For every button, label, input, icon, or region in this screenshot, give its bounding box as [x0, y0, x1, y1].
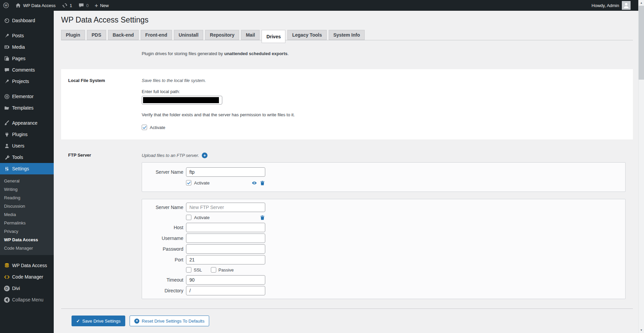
comments-icon — [3, 67, 10, 73]
submenu-code-manager[interactable]: Code Manager — [0, 244, 54, 252]
ftp-section-label: FTP Server — [61, 153, 142, 299]
sidebar-item-wp-data-access[interactable]: WP Data Access — [0, 260, 54, 271]
new-label: New — [100, 3, 109, 8]
sidebar-item-code-manager[interactable]: Code Manager — [0, 271, 54, 283]
ftp2-activate-checkbox[interactable] — [186, 215, 191, 220]
host-label: Host — [142, 225, 183, 230]
tab-uninstall[interactable]: Uninstall — [174, 30, 203, 40]
new-content-menu[interactable]: + New — [92, 0, 112, 11]
comments-menu[interactable]: 0 — [75, 0, 92, 11]
updates-menu[interactable]: 1 — [59, 0, 75, 11]
avatar — [622, 1, 631, 10]
ftp1-activate-label: Activate — [194, 180, 210, 185]
account-menu[interactable]: Howdy, Admin — [592, 0, 644, 11]
passive-checkbox[interactable] — [211, 267, 216, 273]
new-server-name-input[interactable] — [186, 203, 265, 212]
admin-sidebar: Dashboard Posts Media Pages Comments P — [0, 11, 54, 333]
sidebar-item-divi[interactable]: D Divi — [0, 283, 54, 294]
reset-drive-settings-button[interactable]: ✕ Reset Drive Settings To Defaults — [130, 316, 209, 326]
scrollbar[interactable]: ▲ ▼ — [638, 0, 644, 333]
sidebar-item-pages[interactable]: Pages — [0, 53, 54, 64]
add-ftp-server-icon[interactable]: + — [202, 153, 208, 158]
svg-text:W: W — [5, 4, 8, 7]
pages-icon — [3, 55, 10, 62]
submenu-privacy[interactable]: Privacy — [0, 227, 54, 236]
wordpress-admin-screen: W WP Data Access 1 0 + New Howdy, Admi — [0, 0, 644, 333]
timeout-label: Timeout — [142, 277, 183, 283]
tab-system-info[interactable]: System Info — [329, 30, 365, 40]
reset-circle-x-icon: ✕ — [134, 319, 139, 324]
sidebar-item-users[interactable]: Users — [0, 140, 54, 152]
host-input[interactable] — [186, 223, 265, 232]
tab-mail[interactable]: Mail — [241, 30, 260, 40]
submenu-media[interactable]: Media — [0, 210, 54, 219]
trash-icon[interactable] — [260, 215, 265, 220]
username-input[interactable] — [186, 234, 265, 243]
wordpress-logo-menu[interactable]: W — [0, 0, 12, 11]
passive-label: Passive — [219, 267, 234, 273]
directory-input[interactable] — [186, 286, 265, 295]
server-name-input[interactable] — [186, 167, 265, 177]
local-fs-description: Save files to the local file system. — [142, 78, 633, 83]
save-drive-settings-button[interactable]: ✓ Save Drive Settings — [72, 316, 125, 326]
sidebar-item-media[interactable]: Media — [0, 41, 54, 53]
submenu-permalinks[interactable]: Permalinks — [0, 219, 54, 227]
sidebar-item-tools[interactable]: Tools — [0, 152, 54, 163]
sidebar-item-projects[interactable]: Projects — [0, 76, 54, 87]
local-path-input[interactable] — [142, 96, 222, 105]
tab-plugin[interactable]: Plugin — [61, 30, 85, 40]
password-input[interactable] — [186, 244, 265, 254]
trash-icon[interactable] — [260, 180, 265, 186]
submenu-discussion[interactable]: Discussion — [0, 202, 54, 210]
folder-icon — [3, 105, 10, 111]
port-input[interactable] — [186, 255, 265, 264]
sidebar-item-plugins[interactable]: Plugins — [0, 129, 54, 140]
tab-repository[interactable]: Repository — [205, 30, 239, 40]
projects-pin-icon — [3, 78, 10, 85]
code-brackets-icon — [3, 274, 10, 280]
password-label: Password — [142, 246, 183, 252]
submenu-reading[interactable]: Reading — [0, 194, 54, 202]
comment-bubble-icon — [78, 2, 84, 8]
page-title: WP Data Access Settings — [61, 15, 638, 25]
sidebar-item-elementor[interactable]: Elementor — [0, 91, 54, 102]
local-fs-activate-label: Activate — [150, 125, 165, 130]
scroll-thumb[interactable] — [639, 6, 644, 80]
sidebar-item-dashboard[interactable]: Dashboard — [0, 15, 54, 26]
tab-front-end[interactable]: Front-end — [141, 30, 172, 40]
wordpress-logo-icon: W — [3, 2, 9, 8]
comments-count: 0 — [86, 3, 89, 8]
settings-sliders-icon — [3, 165, 10, 172]
scroll-up-button[interactable]: ▲ — [639, 0, 644, 6]
sidebar-item-comments[interactable]: Comments — [0, 64, 54, 76]
server-name-label: Server Name — [142, 205, 183, 210]
scroll-down-button[interactable]: ▼ — [639, 327, 644, 333]
ssl-checkbox[interactable] — [186, 267, 191, 273]
tab-back-end[interactable]: Back-end — [108, 30, 139, 40]
directory-label: Directory — [142, 288, 183, 293]
plug-icon — [3, 131, 10, 138]
ftp1-activate-checkbox[interactable] — [186, 180, 191, 185]
divi-icon: D — [3, 285, 10, 292]
submenu-general[interactable]: General — [0, 177, 54, 185]
tab-pds[interactable]: PDS — [87, 30, 106, 40]
sidebar-item-settings[interactable]: Settings — [0, 163, 54, 174]
local-fs-activate-checkbox[interactable] — [142, 125, 147, 130]
sidebar-item-appearance[interactable]: Appearance — [0, 117, 54, 129]
timeout-input[interactable] — [186, 275, 265, 285]
submenu-wp-data-access[interactable]: WP Data Access — [0, 236, 54, 244]
eye-icon[interactable] — [251, 180, 257, 186]
ftp2-activate-label: Activate — [194, 215, 210, 220]
site-name-menu[interactable]: WP Data Access — [12, 0, 59, 11]
tab-legacy-tools[interactable]: Legacy Tools — [287, 30, 326, 40]
settings-submenu: General Writing Reading Discussion Media… — [0, 174, 54, 255]
submenu-writing[interactable]: Writing — [0, 185, 54, 194]
plus-icon: + — [95, 3, 98, 8]
ssl-label: SSL — [194, 267, 202, 273]
sidebar-item-posts[interactable]: Posts — [0, 30, 54, 41]
port-label: Port — [142, 257, 183, 262]
tab-drives[interactable]: Drives — [262, 30, 285, 43]
sidebar-item-templates[interactable]: Templates — [0, 102, 54, 114]
sidebar-item-collapse-menu[interactable]: Collapse Menu — [0, 294, 54, 305]
wrench-icon — [3, 154, 10, 161]
